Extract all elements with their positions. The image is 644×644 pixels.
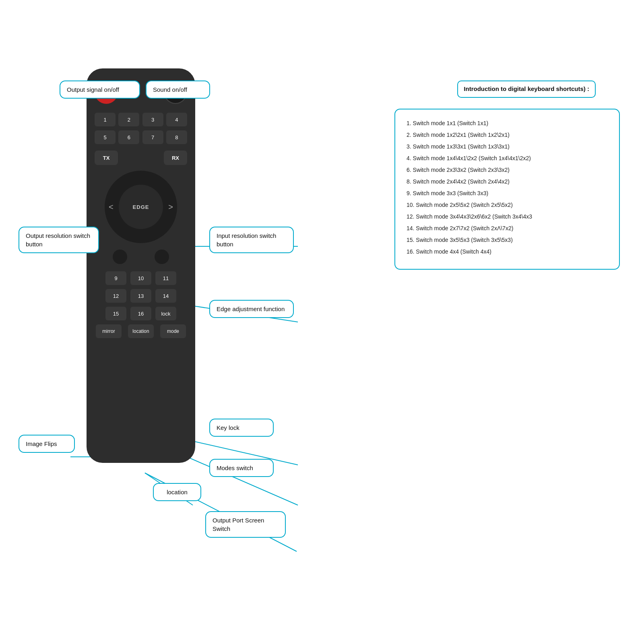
shortcut-item-4: 6. Switch mode 2x3\3x2 (Switch 2x3\3x2) — [407, 166, 608, 174]
nav-edge-label: EDGE — [133, 204, 149, 210]
rx-button[interactable]: RX — [164, 151, 187, 165]
shortcut-item-11: 16. Switch mode 4x4 (Switch 4x4) — [407, 248, 608, 256]
callout-modes-switch: Modes switch — [209, 459, 274, 477]
mirror-button[interactable]: mirror — [96, 324, 122, 338]
dots-row — [113, 250, 169, 264]
location-text: location — [167, 489, 188, 495]
callout-location: location — [153, 483, 201, 501]
callout-output-port: Output Port Screen Switch — [205, 511, 286, 538]
callout-edge-adjustment: Edge adjustment function — [209, 300, 294, 318]
callout-input-resolution: Input resolution switch button — [209, 227, 294, 253]
shortcut-item-5: 8. Switch mode 2x4\4x2 (Switch 2x4\4x2) — [407, 178, 608, 186]
shortcuts-box: 1. Switch mode 1x1 (Switch 1x1) 2. Switc… — [394, 109, 620, 270]
num-row-15-16-lock: 15 16 lock — [95, 307, 187, 320]
num-btn-6[interactable]: 6 — [118, 130, 139, 144]
shortcuts-list: 1. Switch mode 1x1 (Switch 1x1) 2. Switc… — [407, 119, 608, 256]
tx-button[interactable]: TX — [95, 151, 118, 165]
shortcuts-title-box: Introduction to digital keyboard shortcu… — [457, 80, 596, 98]
num-btn-1[interactable]: 1 — [95, 113, 116, 126]
num-row-12-14: 12 13 14 — [95, 289, 187, 303]
num-row-9-11: 9 10 11 — [95, 271, 187, 285]
image-flips-text: Image Flips — [26, 440, 57, 447]
nav-circle: < EDGE > — [105, 171, 177, 243]
nav-right-arrow[interactable]: > — [168, 202, 173, 212]
edge-adjustment-text: Edge adjustment function — [217, 305, 285, 312]
callout-output-resolution: Output resolution switch button — [19, 227, 99, 253]
tx-rx-row: TX RX — [95, 151, 187, 165]
location-button[interactable]: location — [128, 324, 154, 338]
input-resolution-text: Input resolution switch button — [217, 232, 276, 248]
shortcut-item-2: 3. Switch mode 1x3\3x1 (Switch 1x3\3x1) — [407, 142, 608, 151]
num-btn-7[interactable]: 7 — [142, 130, 163, 144]
callout-sound: Sound on/off — [146, 80, 210, 99]
mode-button[interactable]: mode — [160, 324, 186, 338]
dot-right — [155, 250, 169, 264]
num-btn-3[interactable]: 3 — [142, 113, 163, 126]
key-lock-text: Key lock — [217, 424, 239, 431]
shortcut-item-7: 10. Switch mode 2x5\5x2 (Switch 2x5\5x2) — [407, 201, 608, 209]
shortcut-item-3: 4. Switch mode 1x4\4x1\2x2 (Switch 1x4\4… — [407, 154, 608, 163]
output-port-text: Output Port Screen Switch — [213, 517, 264, 532]
action-buttons-row: mirror location mode — [95, 324, 187, 338]
num-btn-10[interactable]: 10 — [130, 271, 151, 285]
num-btn-8[interactable]: 8 — [166, 130, 187, 144]
num-btn-11[interactable]: 11 — [155, 271, 176, 285]
callout-key-lock: Key lock — [209, 419, 274, 437]
num-btn-13[interactable]: 13 — [130, 289, 151, 303]
num-btn-2[interactable]: 2 — [118, 113, 139, 126]
nav-left-arrow[interactable]: < — [109, 202, 114, 212]
num-row-5-8: 5 6 7 8 — [95, 130, 187, 144]
nav-outer-ring: < EDGE > — [105, 171, 177, 243]
callout-output-signal: Output signal on/off — [60, 80, 140, 99]
num-btn-12[interactable]: 12 — [105, 289, 126, 303]
num-btn-5[interactable]: 5 — [95, 130, 116, 144]
shortcut-item-10: 15. Switch mode 3x5\5x3 (Switch 3x5\5x3) — [407, 236, 608, 244]
shortcuts-title: Introduction to digital keyboard shortcu… — [464, 85, 589, 92]
modes-switch-text: Modes switch — [217, 464, 253, 471]
shortcut-item-6: 9. Switch mode 3x3 (Switch 3x3) — [407, 189, 608, 198]
remote-control: ⏻ 🔇 1 2 3 4 5 6 7 8 TX RX < — [87, 68, 195, 463]
callout-image-flips: Image Flips — [19, 435, 75, 453]
shortcut-item-9: 14. Switch mode 2x7\7x2 (Switch 2xΛ\7x2) — [407, 224, 608, 233]
output-resolution-text: Output resolution switch button — [26, 232, 90, 248]
num-btn-14[interactable]: 14 — [155, 289, 176, 303]
num-btn-15[interactable]: 15 — [105, 307, 126, 320]
nav-inner-circle[interactable]: EDGE — [119, 185, 163, 229]
shortcut-item-1: 2. Switch mode 1x2\2x1 (Switch 1x2\2x1) — [407, 131, 608, 139]
num-btn-4[interactable]: 4 — [166, 113, 187, 126]
shortcut-item-0: 1. Switch mode 1x1 (Switch 1x1) — [407, 119, 608, 128]
num-btn-9[interactable]: 9 — [105, 271, 126, 285]
shortcut-item-8: 12. Switch mode 3x4\4x3\2x6\6x2 (Switch … — [407, 213, 608, 221]
lock-button[interactable]: lock — [155, 307, 176, 320]
num-row-1-4: 1 2 3 4 — [95, 113, 187, 126]
page-container: ⏻ 🔇 1 2 3 4 5 6 7 8 TX RX < — [0, 0, 644, 644]
num-btn-16[interactable]: 16 — [130, 307, 151, 320]
dot-left — [113, 250, 127, 264]
